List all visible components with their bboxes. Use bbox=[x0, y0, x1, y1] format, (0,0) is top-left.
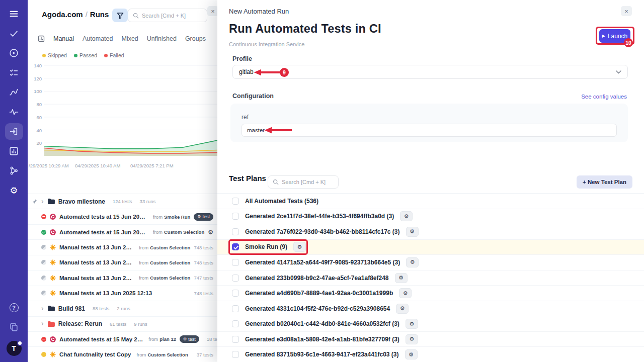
analytics-icon[interactable] bbox=[0, 82, 28, 102]
help-icon[interactable]: ? bbox=[0, 298, 28, 317]
run-row-automated-1501[interactable]: Automated tests at 15 Jun 2025 15:01 fro… bbox=[28, 225, 217, 240]
plan-checkbox[interactable] bbox=[232, 305, 239, 312]
gear-icon: ⚙ bbox=[409, 351, 414, 358]
plan-settings-button[interactable]: ⚙ bbox=[405, 349, 418, 359]
run-row-automated-1508[interactable]: Automated tests at 15 Jun 2025 15:08 fro… bbox=[28, 209, 217, 224]
run-row-manual-1213b[interactable]: Manual tests at 13 Jun 2025 12:13 748 te… bbox=[28, 286, 217, 301]
menu-icon[interactable] bbox=[0, 4, 28, 24]
plan-row[interactable]: Generated 83715b93-6c1e-4663-9417-ef23a4… bbox=[217, 347, 644, 362]
tab-groups[interactable]: Groups bbox=[185, 35, 206, 42]
plan-settings-button[interactable]: ⚙ bbox=[399, 288, 412, 298]
new-automated-run-drawer: New Automated Run × Run Automated Tests … bbox=[217, 0, 644, 362]
test-plans-search[interactable] bbox=[268, 175, 339, 189]
plan-checkbox[interactable] bbox=[232, 290, 239, 297]
run-row-manual-1217[interactable]: Manual tests at 13 Jun 2025 12:17 fromCu… bbox=[28, 240, 217, 255]
plan-settings-button[interactable]: ⚙ bbox=[406, 319, 418, 329]
plan-row-smoke-run[interactable]: Smoke Run (9) ⚙ bbox=[217, 240, 644, 255]
runs-search[interactable] bbox=[128, 9, 207, 22]
plan-row[interactable]: Generated a4d690b7-8889-4ae1-92aa-0c3001… bbox=[217, 286, 644, 301]
activity-icon[interactable] bbox=[0, 102, 28, 122]
plan-settings-button[interactable]: ⚙ bbox=[396, 304, 409, 314]
ref-input[interactable] bbox=[242, 124, 617, 137]
plan-row[interactable]: Generated 7a76f022-93d0-434b-b462-bb8114… bbox=[217, 224, 644, 240]
reports-icon[interactable] bbox=[0, 141, 28, 161]
folder-tests-count: 124 tests bbox=[113, 199, 132, 204]
automated-run-icon bbox=[50, 229, 56, 235]
plan-checkbox[interactable] bbox=[232, 336, 239, 343]
page-subtitle: Continuous Integration Service bbox=[229, 41, 304, 47]
tab-unfinished[interactable]: Unfinished bbox=[147, 35, 177, 42]
new-test-plan-button[interactable]: + New Test Plan bbox=[577, 175, 632, 189]
import-icon[interactable] bbox=[5, 123, 23, 140]
chevron-right-icon[interactable]: › bbox=[41, 320, 44, 327]
drawer-header-title: New Automated Run bbox=[229, 8, 289, 15]
test-runs-icon[interactable] bbox=[0, 63, 28, 82]
plan-settings-button[interactable]: ⚙ bbox=[293, 242, 306, 252]
plan-row[interactable]: Generated 4331c104-f5f2-476e-b92d-c529a3… bbox=[217, 301, 644, 317]
branches-icon[interactable] bbox=[0, 161, 28, 180]
plan-row[interactable]: Generated e3d08a1a-5808-42e4-a1ab-81bfe3… bbox=[217, 332, 644, 347]
chart-plot bbox=[44, 62, 217, 159]
gear-icon[interactable]: ⚙ bbox=[208, 229, 213, 236]
run-row-manual-1213a[interactable]: Manual tests at 13 Jun 2025 12:13 fromCu… bbox=[28, 270, 217, 286]
tab-manual[interactable]: Manual bbox=[53, 35, 74, 42]
see-config-values-link[interactable]: See config values bbox=[581, 94, 627, 100]
plan-settings-button[interactable]: ⚙ bbox=[406, 227, 419, 237]
check-icon[interactable] bbox=[0, 24, 28, 43]
tab-automated[interactable]: Automated bbox=[83, 35, 113, 42]
run-row-chat-functionality[interactable]: Chat functnality test Copy fromCustom Se… bbox=[28, 347, 217, 362]
docs-copy-icon[interactable] bbox=[0, 317, 28, 337]
chevron-right-icon[interactable]: › bbox=[41, 198, 44, 205]
plan-row[interactable]: Generated 233b0998-b9c2-47ae-a5cf-7ea1af… bbox=[217, 270, 644, 286]
run-row-automated-may[interactable]: Automated tests at 15 May 2025 12:32 fro… bbox=[28, 332, 217, 347]
plan-checkbox[interactable] bbox=[232, 198, 239, 205]
plan-row[interactable]: Generated b02040c1-c442-4db0-841e-4660a0… bbox=[217, 316, 644, 332]
run-row-release-rerun[interactable]: › Release: Rerun 61 tests 9 runs bbox=[28, 317, 217, 332]
drawer-close-button[interactable]: × bbox=[621, 6, 632, 16]
plan-checkbox[interactable] bbox=[232, 320, 239, 327]
plan-checkbox[interactable] bbox=[232, 228, 239, 235]
plan-checkbox[interactable] bbox=[232, 213, 239, 220]
sidebar: ⚙ ? T bbox=[0, 0, 28, 362]
runs-search-input[interactable] bbox=[142, 13, 202, 19]
folder-red-icon bbox=[47, 321, 55, 327]
passed-dot bbox=[74, 54, 77, 57]
play-circle-icon[interactable] bbox=[0, 43, 28, 63]
plan-settings-button[interactable]: ⚙ bbox=[406, 257, 419, 267]
run-row-manual-1216[interactable]: Manual tests at 13 Jun 2025 12:16 fromCu… bbox=[28, 255, 217, 270]
plan-row[interactable]: Generated 41471a52-a644-49f7-9085-923713… bbox=[217, 255, 644, 270]
gear-icon: ⚙ bbox=[398, 275, 404, 281]
test-badge[interactable]: ⚙test bbox=[180, 335, 199, 343]
run-tests-count: 18 tests bbox=[207, 336, 217, 342]
test-badge[interactable]: ⚙test bbox=[194, 213, 213, 221]
profile-select[interactable]: gitlab bbox=[232, 65, 628, 79]
status-failed-icon bbox=[41, 337, 46, 342]
plan-settings-button[interactable]: ⚙ bbox=[406, 334, 418, 344]
manual-run-icon bbox=[50, 290, 56, 296]
folder-runs-count: 2 runs bbox=[117, 306, 130, 311]
plan-checkbox[interactable] bbox=[232, 275, 239, 282]
plan-checkbox[interactable] bbox=[232, 259, 239, 266]
user-avatar[interactable]: T bbox=[7, 341, 22, 356]
launch-button[interactable]: ▶ Launch bbox=[599, 29, 630, 43]
plan-row-all-automated[interactable]: All Automated Tests (536) bbox=[217, 194, 644, 209]
breadcrumb-project[interactable]: Agoda.com bbox=[42, 10, 83, 19]
legend-failed: Failed bbox=[104, 52, 124, 58]
chevron-right-icon[interactable]: › bbox=[41, 305, 44, 312]
tab-mixed[interactable]: Mixed bbox=[121, 35, 138, 42]
legend-passed: Passed bbox=[74, 52, 97, 58]
plan-row[interactable]: Generated 2ce11f7d-38ef-44fe-b353-4f694f… bbox=[217, 209, 644, 225]
test-plans-title: Test Plans bbox=[229, 174, 266, 183]
status-in-progress-icon bbox=[41, 245, 46, 250]
plan-settings-button[interactable]: ⚙ bbox=[395, 273, 408, 283]
filter-button[interactable] bbox=[112, 9, 128, 22]
runs-panel-close-button[interactable]: × bbox=[207, 6, 217, 16]
test-plans-search-input[interactable] bbox=[282, 179, 334, 185]
plan-checkbox-checked[interactable] bbox=[232, 243, 239, 250]
run-row-bravo-milestone[interactable]: › Bravo milestone 124 tests 33 runs bbox=[28, 194, 217, 209]
run-row-build-981[interactable]: › Build 981 88 tests 2 runs bbox=[28, 301, 217, 316]
settings-gear-icon[interactable]: ⚙ bbox=[0, 180, 28, 200]
run-title: Manual tests at 13 Jun 2025 12:13 bbox=[59, 290, 152, 296]
plan-settings-button[interactable]: ⚙ bbox=[400, 211, 413, 221]
plan-checkbox[interactable] bbox=[232, 351, 239, 358]
